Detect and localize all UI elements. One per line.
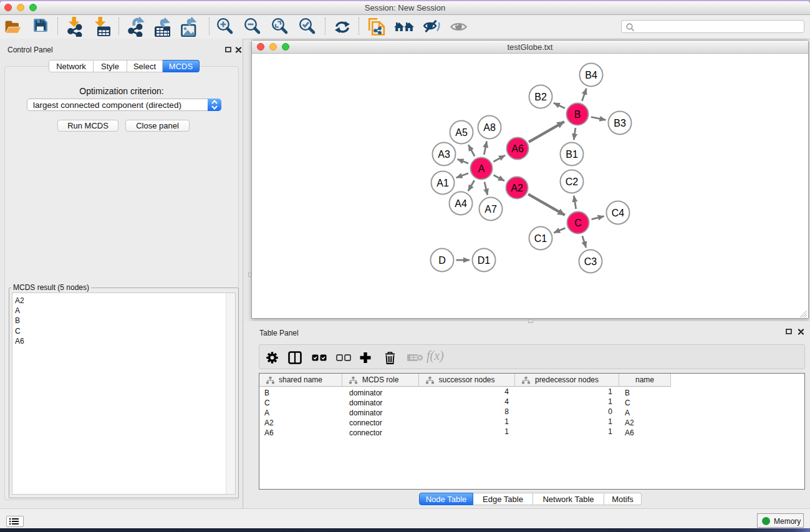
svg-text:C4: C4 — [612, 208, 625, 218]
svg-text:A2: A2 — [511, 183, 523, 193]
svg-text:A3: A3 — [438, 149, 450, 160]
svg-text:C1: C1 — [534, 233, 547, 244]
svg-text:B: B — [574, 109, 581, 120]
svg-text:A7: A7 — [485, 204, 497, 215]
svg-text:A5: A5 — [455, 127, 468, 138]
svg-text:A8: A8 — [483, 122, 496, 133]
svg-text:C2: C2 — [566, 177, 579, 187]
svg-text:A: A — [478, 163, 485, 174]
svg-text:D1: D1 — [478, 255, 491, 266]
svg-text:D: D — [438, 255, 446, 266]
svg-text:C3: C3 — [584, 256, 597, 267]
svg-text:A1: A1 — [436, 178, 449, 188]
svg-text:A6: A6 — [511, 143, 524, 154]
svg-text:A4: A4 — [455, 198, 467, 209]
svg-text:B3: B3 — [614, 118, 626, 128]
svg-text:B1: B1 — [566, 149, 578, 160]
svg-text:B2: B2 — [534, 92, 547, 102]
svg-text:B4: B4 — [585, 70, 597, 80]
svg-text:C: C — [574, 218, 582, 228]
